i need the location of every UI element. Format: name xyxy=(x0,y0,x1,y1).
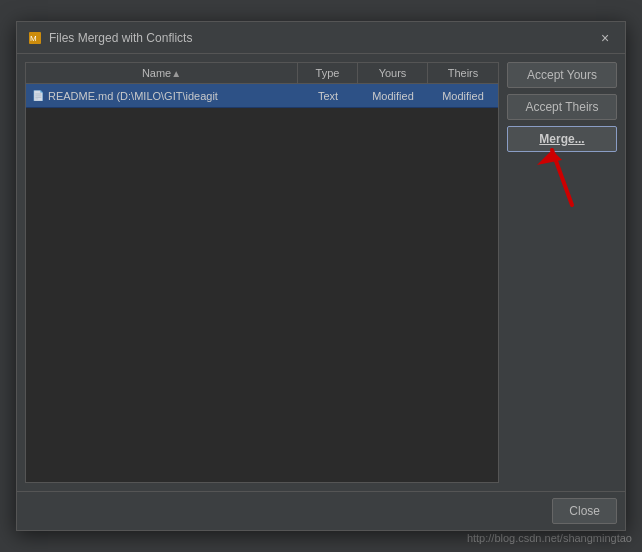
svg-line-2 xyxy=(552,150,572,205)
merge-icon: M xyxy=(27,30,43,46)
svg-marker-3 xyxy=(537,150,562,165)
file-icon: 📄 xyxy=(32,90,44,101)
column-yours: Yours xyxy=(358,63,428,83)
title-bar-left: M Files Merged with Conflicts xyxy=(27,30,192,46)
dialog-title: Files Merged with Conflicts xyxy=(49,31,192,45)
title-bar: M Files Merged with Conflicts × xyxy=(17,22,625,54)
accept-yours-button[interactable]: Accept Yours xyxy=(507,62,617,88)
watermark: http://blog.csdn.net/shangmingtao xyxy=(467,532,632,544)
dialog: M Files Merged with Conflicts × Name▲ Ty… xyxy=(16,21,626,531)
table-row[interactable]: 📄 README.md (D:\MILO\GIT\ideagit Text Mo… xyxy=(26,84,498,108)
accept-theirs-button[interactable]: Accept Theirs xyxy=(507,94,617,120)
row-filename: 📄 README.md (D:\MILO\GIT\ideagit xyxy=(26,86,298,106)
file-table-area: Name▲ Type Yours Theirs 📄 README.md (D:\… xyxy=(25,62,499,483)
row-theirs: Modified xyxy=(428,86,498,106)
column-type: Type xyxy=(298,63,358,83)
dialog-close-button[interactable]: × xyxy=(595,28,615,48)
column-name: Name▲ xyxy=(26,63,298,83)
svg-text:M: M xyxy=(30,34,37,43)
merge-button[interactable]: Merge... xyxy=(507,126,617,152)
table-body: 📄 README.md (D:\MILO\GIT\ideagit Text Mo… xyxy=(26,84,498,482)
table-header: Name▲ Type Yours Theirs xyxy=(26,63,498,84)
row-yours: Modified xyxy=(358,86,428,106)
row-type: Text xyxy=(298,86,358,106)
column-theirs: Theirs xyxy=(428,63,498,83)
dialog-content: Name▲ Type Yours Theirs 📄 README.md (D:\… xyxy=(17,54,625,491)
close-button[interactable]: Close xyxy=(552,498,617,524)
dialog-footer: Close xyxy=(17,491,625,530)
sidebar-buttons: Accept Yours Accept Theirs Merge... xyxy=(507,62,617,483)
